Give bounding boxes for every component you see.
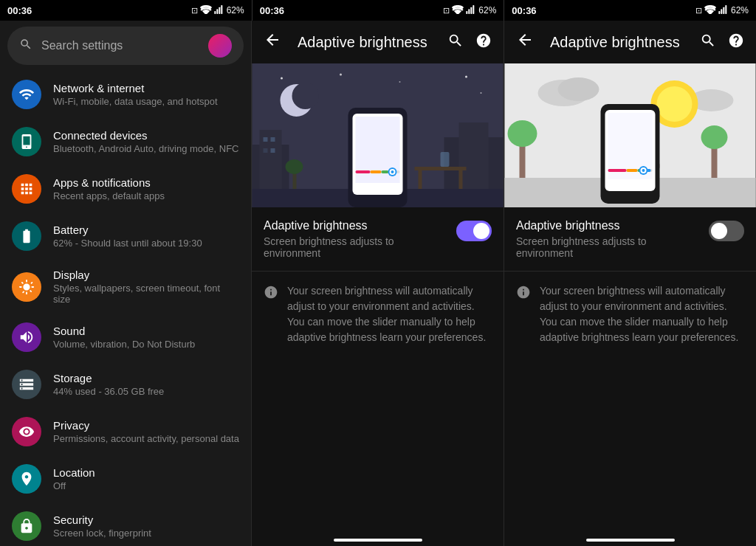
svg-rect-10 — [723, 7, 724, 14]
center-header-icons — [447, 32, 492, 52]
center-help-icon[interactable] — [475, 32, 492, 52]
svg-rect-42 — [382, 170, 389, 173]
sidebar-item-storage[interactable]: Storage 44% used - 36.05 GB free — [0, 361, 251, 408]
center-detail-panel: Adaptive brightness — [251, 21, 504, 546]
storage-title: Storage — [53, 372, 239, 384]
center-info-section: Your screen brightness will automaticall… — [252, 272, 504, 357]
right-search-icon[interactable] — [700, 32, 716, 52]
privacy-title: Privacy — [53, 419, 239, 432]
connected-subtitle: Bluetooth, Android Auto, driving mode, N… — [53, 143, 239, 154]
right-detail-panel: Adaptive brightness — [504, 21, 756, 546]
svg-point-72 — [642, 169, 645, 172]
main-content: Search settings Network & internet Wi-Fi… — [0, 21, 756, 546]
right-info-section: Your screen brightness will automaticall… — [504, 272, 756, 357]
right-illustration — [504, 63, 756, 207]
signal-icon — [214, 5, 224, 15]
search-placeholder: Search settings — [41, 39, 199, 52]
right-bottom-indicator — [586, 539, 675, 542]
center-bottom-indicator — [334, 539, 422, 542]
status-time-center: 00:36 — [260, 5, 284, 16]
sidebar-item-apps[interactable]: Apps & notifications Recent apps, defaul… — [0, 165, 251, 212]
location-subtitle: Off — [53, 480, 239, 491]
right-brightness-section: Adaptive brightness Screen brightness ad… — [504, 207, 756, 272]
location-icon — [12, 464, 41, 494]
svg-point-16 — [399, 81, 401, 83]
network-subtitle: Wi-Fi, mobile, data usage, and hotspot — [53, 96, 239, 107]
display-icon — [12, 272, 41, 302]
center-back-button[interactable] — [264, 31, 286, 53]
svg-rect-28 — [271, 148, 275, 153]
location-text: Location Off — [53, 466, 239, 491]
svg-point-15 — [340, 74, 342, 76]
sidebar-item-privacy[interactable]: Privacy Permissions, account activity, p… — [0, 408, 251, 455]
sidebar-item-battery[interactable]: Battery 62% - Should last until about 19… — [0, 212, 251, 260]
right-toggle-switch[interactable] — [709, 221, 744, 241]
security-title: Security — [53, 514, 239, 526]
right-panel-title: Adaptive brightness — [550, 34, 688, 51]
sim-icon-r: ⊡ — [695, 6, 702, 15]
storage-icon — [12, 370, 41, 399]
apps-title: Apps & notifications — [53, 176, 239, 189]
network-text: Network & internet Wi-Fi, mobile, data u… — [53, 82, 239, 107]
sidebar-item-connected[interactable]: Connected devices Bluetooth, Android Aut… — [0, 118, 251, 165]
center-brightness-text: Adaptive brightness Screen brightness ad… — [264, 219, 447, 259]
apps-icon — [12, 174, 41, 204]
center-toggle-switch[interactable] — [456, 221, 492, 241]
status-bar: 00:36 ⊡ 62% 00:36 ⊡ — [0, 0, 756, 21]
svg-rect-40 — [356, 170, 371, 173]
center-brightness-title: Adaptive brightness — [264, 219, 447, 232]
apps-text: Apps & notifications Recent apps, defaul… — [53, 176, 239, 201]
svg-rect-6 — [471, 7, 472, 14]
signal-c-icon — [466, 5, 476, 15]
network-icon — [12, 80, 41, 109]
svg-rect-41 — [371, 170, 382, 173]
wifi-r-icon — [704, 5, 716, 15]
battery-title: Battery — [53, 224, 239, 236]
search-icon — [19, 38, 32, 55]
sound-icon — [12, 322, 41, 352]
svg-point-13 — [281, 77, 283, 80]
status-time-left: 00:36 — [7, 5, 32, 16]
svg-rect-32 — [415, 167, 467, 170]
sidebar-item-location[interactable]: Location Off — [0, 455, 251, 502]
avatar[interactable] — [208, 34, 232, 58]
center-brightness-section: Adaptive brightness Screen brightness ad… — [252, 207, 504, 272]
right-info-icon — [516, 285, 531, 303]
display-subtitle: Styles, wallpapers, screen timeout, font… — [53, 283, 239, 305]
right-help-icon[interactable] — [728, 32, 744, 52]
svg-rect-7 — [473, 5, 475, 14]
display-title: Display — [53, 269, 239, 281]
wifi-c-icon — [452, 5, 464, 15]
sound-subtitle: Volume, vibration, Do Not Disturb — [53, 339, 239, 350]
security-icon — [12, 511, 41, 541]
center-brightness-desc: Screen brightness adjusts to environment — [264, 235, 447, 259]
svg-point-57 — [701, 125, 728, 149]
wifi-status-icon — [200, 5, 212, 15]
svg-rect-8 — [718, 11, 720, 14]
right-back-button[interactable] — [516, 31, 538, 53]
right-panel-header: Adaptive brightness — [504, 21, 756, 63]
sidebar-item-display[interactable]: Display Styles, wallpapers, screen timeo… — [0, 260, 251, 314]
center-search-icon[interactable] — [447, 32, 464, 52]
sidebar-item-network[interactable]: Network & internet Wi-Fi, mobile, data u… — [0, 71, 251, 118]
svg-rect-27 — [264, 148, 268, 153]
status-icons-right: ⊡ 62% — [695, 5, 749, 15]
svg-rect-11 — [725, 5, 726, 14]
storage-text: Storage 44% used - 36.05 GB free — [53, 372, 239, 397]
svg-rect-26 — [271, 137, 275, 142]
connected-text: Connected devices Bluetooth, Android Aut… — [53, 129, 239, 154]
sidebar-item-sound[interactable]: Sound Volume, vibration, Do Not Disturb — [0, 314, 251, 361]
sidebar-item-security[interactable]: Security Screen lock, fingerprint — [0, 502, 251, 546]
sound-title: Sound — [53, 325, 239, 337]
svg-rect-25 — [264, 137, 268, 142]
search-bar[interactable]: Search settings — [7, 27, 244, 65]
battery-subtitle: 62% - Should last until about 19:30 — [53, 238, 239, 249]
status-panel-left: 00:36 ⊡ 62% — [0, 0, 252, 21]
network-title: Network & internet — [53, 82, 239, 94]
center-panel-header: Adaptive brightness — [252, 21, 504, 63]
battery-r: 62% — [731, 5, 749, 15]
center-info-text: Your screen brightness will automaticall… — [287, 283, 492, 345]
center-illustration — [252, 63, 504, 207]
svg-rect-66 — [608, 169, 627, 172]
right-brightness-title: Adaptive brightness — [516, 219, 700, 232]
